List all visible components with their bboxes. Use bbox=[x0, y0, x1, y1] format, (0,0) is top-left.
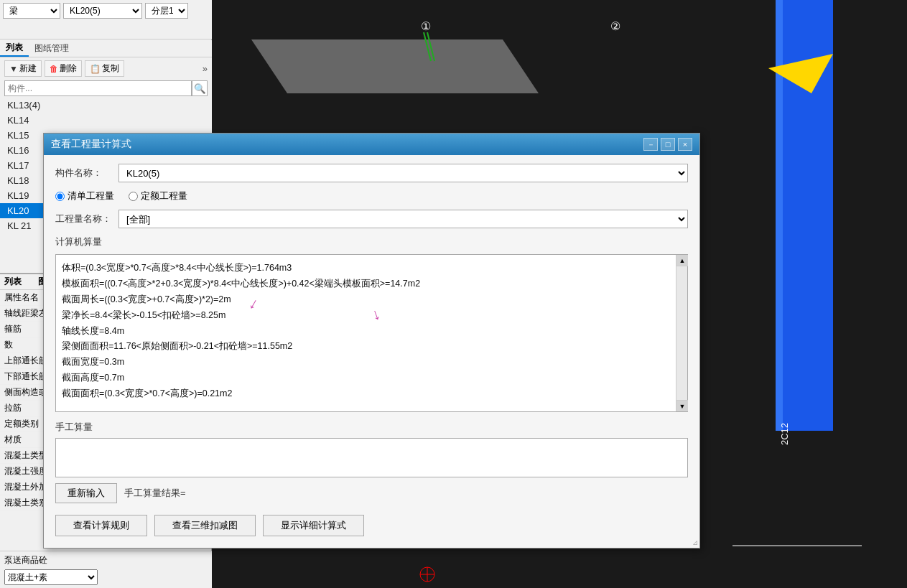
radio-bill-input[interactable] bbox=[55, 192, 65, 201]
component-input-container: KL20(5) bbox=[118, 164, 688, 182]
3d-deduction-button[interactable]: 查看三维扣减图 bbox=[154, 515, 256, 536]
tab-list[interactable]: 列表 bbox=[0, 40, 29, 57]
pump-label: 泵送商品砼 bbox=[4, 554, 208, 566]
search-icon: 🔍 bbox=[194, 83, 206, 94]
copy-button[interactable]: 📋 复制 bbox=[85, 60, 124, 77]
manual-result-label: 手工算量结果= bbox=[124, 487, 186, 500]
quantity-name-row: 工程量名称： [全部] bbox=[55, 210, 688, 228]
new-icon: ▼ bbox=[9, 64, 18, 74]
calc-line-3: 截面周长=((0.3<宽度>+0.7<高度>)*2)=2m bbox=[62, 292, 673, 308]
copy-icon: 📋 bbox=[90, 64, 101, 74]
tab-drawing[interactable]: 图纸管理 bbox=[29, 41, 75, 56]
search-row: 🔍 bbox=[0, 79, 212, 98]
calc-line-4: 梁净长=8.4<梁长>-0.15<扣砼墙>=8.25m bbox=[62, 308, 673, 324]
svg-rect-4 bbox=[776, 0, 783, 431]
action-row: ▼ 新建 🗑 删除 📋 复制 » bbox=[0, 57, 212, 80]
calc-content: 体积=(0.3<宽度>*0.7<高度>*8.4<中心线长度>)=1.764m3 … bbox=[56, 255, 687, 408]
layer-dropdown[interactable]: 分层1 bbox=[145, 3, 188, 19]
restore-button[interactable]: □ bbox=[661, 138, 675, 151]
svg-text:②: ② bbox=[610, 20, 620, 32]
bottom-buttons: 查看计算规则 查看三维扣减图 显示详细计算式 bbox=[55, 512, 688, 539]
bottom-panel: 泵送商品砼 混凝土+素 bbox=[0, 551, 212, 588]
dialog-body: 构件名称： KL20(5) 清单工程量 定额工程量 工程 bbox=[44, 155, 699, 548]
delete-button[interactable]: 🗑 删除 bbox=[45, 60, 82, 77]
manual-input-area[interactable] bbox=[55, 438, 688, 477]
component-label: 构件名称： bbox=[55, 167, 113, 179]
element-type-dropdown[interactable]: 梁 bbox=[3, 3, 60, 19]
quantity-name-label: 工程量名称： bbox=[55, 213, 113, 225]
reinput-button[interactable]: 重新输入 bbox=[55, 483, 117, 503]
svg-text:①: ① bbox=[421, 20, 431, 32]
quantity-name-container: [全部] bbox=[118, 210, 688, 228]
calc-line-9: 截面面积=(0.3<宽度>*0.7<高度>)=0.21m2 bbox=[62, 386, 673, 402]
radio-bill-qty[interactable]: 清单工程量 bbox=[55, 190, 114, 202]
component-row: 构件名称： KL20(5) bbox=[55, 164, 688, 182]
component-select[interactable]: KL20(5) bbox=[118, 164, 688, 182]
radio-row: 清单工程量 定额工程量 bbox=[55, 190, 688, 202]
close-button[interactable]: × bbox=[678, 138, 692, 151]
radio-group: 清单工程量 定额工程量 bbox=[55, 190, 187, 202]
dialog-controls: － □ × bbox=[643, 138, 692, 151]
calc-scrollbar[interactable]: ▲ ▼ bbox=[676, 255, 687, 411]
calc-line-7: 截面宽度=0.3m bbox=[62, 355, 673, 370]
svg-marker-0 bbox=[251, 39, 539, 93]
manual-result-row: 重新输入 手工算量结果= bbox=[55, 483, 688, 503]
calc-line-5: 轴线长度=8.4m bbox=[62, 324, 673, 340]
calc-rules-button[interactable]: 查看计算规则 bbox=[55, 515, 147, 536]
radio-quota-qty[interactable]: 定额工程量 bbox=[129, 190, 187, 202]
dialog-title: 查看工程量计算式 bbox=[51, 138, 131, 151]
calc-text-area: 体积=(0.3<宽度>*0.7<高度>*8.4<中心线长度>)=1.764m3 … bbox=[55, 254, 688, 412]
calc-line-6: 梁侧面面积=11.76<原始侧面积>-0.21<扣砼墙>=11.55m2 bbox=[62, 339, 673, 355]
element-id-dropdown[interactable]: KL20(5) bbox=[63, 3, 142, 19]
toolbar-row1: 梁 KL20(5) 分层1 bbox=[3, 3, 209, 19]
calc-line-2: 模板面积=((0.7<高度>*2+0.3<宽度>)*8.4<中心线长度>)+0.… bbox=[62, 276, 673, 292]
calc-section-header: 计算机算量 bbox=[55, 235, 688, 248]
manual-textarea[interactable] bbox=[59, 442, 684, 474]
scroll-down-btn[interactable]: ▼ bbox=[676, 400, 688, 411]
top-toolbar: 梁 KL20(5) 分层1 bbox=[0, 0, 212, 39]
dialog-titlebar: 查看工程量计算式 － □ × bbox=[44, 134, 699, 155]
list-item-kl13[interactable]: KL13(4) bbox=[0, 98, 212, 113]
tab-row: 列表 图纸管理 bbox=[0, 40, 212, 57]
manual-section-header: 手工算量 bbox=[55, 421, 688, 434]
search-button[interactable]: 🔍 bbox=[192, 80, 208, 96]
quantity-name-select[interactable]: [全部] bbox=[118, 210, 688, 228]
search-input[interactable] bbox=[4, 80, 192, 96]
resize-grip[interactable]: ⊿ bbox=[692, 538, 698, 546]
svg-text:2C12: 2C12 bbox=[779, 423, 790, 445]
radio-quota-input[interactable] bbox=[129, 192, 138, 201]
scroll-up-btn[interactable]: ▲ bbox=[676, 255, 688, 266]
more-icon[interactable]: » bbox=[203, 63, 208, 74]
minimize-button[interactable]: － bbox=[643, 138, 658, 151]
calculation-dialog: 查看工程量计算式 － □ × 构件名称： KL20(5) 清单工程量 bbox=[43, 133, 700, 549]
new-button[interactable]: ▼ 新建 bbox=[4, 60, 42, 77]
concrete-dropdown[interactable]: 混凝土+素 bbox=[4, 569, 98, 585]
detailed-calc-button[interactable]: 显示详细计算式 bbox=[263, 515, 364, 536]
delete-icon: 🗑 bbox=[50, 64, 58, 74]
calc-line-8: 截面高度=0.7m bbox=[62, 370, 673, 386]
calc-line-1: 体积=(0.3<宽度>*0.7<高度>*8.4<中心线长度>)=1.764m3 bbox=[62, 261, 673, 276]
list-item-kl14[interactable]: KL14 bbox=[0, 113, 212, 128]
